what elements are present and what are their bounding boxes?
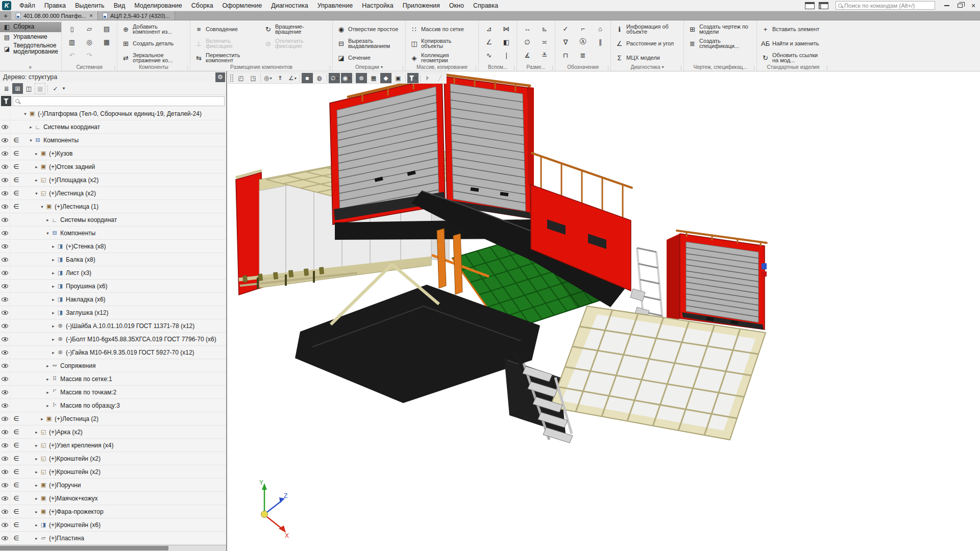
chevron-down-icon[interactable]: ▾ <box>662 65 664 69</box>
visibility-eye-icon[interactable] <box>2 404 8 408</box>
visibility-eye-icon[interactable] <box>2 258 8 262</box>
tree-row[interactable]: ▾▣(-)Платформа (Тел-0, Сборочных единиц-… <box>0 107 226 120</box>
expand-arrow-icon[interactable]: ▸ <box>51 244 56 249</box>
expand-arrow-icon[interactable]: ▸ <box>51 350 56 355</box>
chevron-down-icon[interactable]: ▾ <box>270 76 272 81</box>
document-tab[interactable]: 401.08.00.000 Платфо...× <box>11 11 98 20</box>
collapse-ribbon-icon[interactable]: « <box>28 66 34 69</box>
visibility-eye-icon[interactable] <box>2 244 8 248</box>
visibility-eye-icon[interactable] <box>2 125 8 129</box>
linear-dimension-button[interactable]: ⊾ <box>538 22 551 35</box>
section-button[interactable]: ◪Сечение <box>337 51 401 65</box>
zoom-button[interactable]: ◎▾ <box>262 73 274 83</box>
normal-to-button[interactable]: ⇑ <box>275 73 286 83</box>
menu-item[interactable]: Настройка <box>357 0 398 11</box>
tree-search-input[interactable] <box>21 98 222 104</box>
angle-dimension-button[interactable]: ∡ <box>521 48 533 62</box>
chevron-down-icon[interactable]: ▼ <box>62 86 66 91</box>
expand-arrow-icon[interactable]: ▸ <box>34 164 39 169</box>
grid-array-button[interactable]: ∷Массив по сетке <box>410 22 474 36</box>
menu-item[interactable]: Оформление <box>218 0 267 11</box>
wireframe-display-button[interactable]: ◍ <box>314 73 325 83</box>
window-split-icon[interactable] <box>819 2 828 9</box>
tree-horizontal-scrollbar[interactable] <box>0 545 226 551</box>
menu-item[interactable]: Файл <box>15 0 40 11</box>
expand-arrow-icon[interactable]: ▸ <box>51 310 56 315</box>
tree-row[interactable]: ▸∟Системы координат <box>0 120 226 134</box>
expand-arrow-icon[interactable]: ▾ <box>22 111 28 116</box>
find-replace-button[interactable]: АБНайти и заменить <box>761 36 825 51</box>
filter-button[interactable]: ▾ <box>407 73 419 83</box>
visibility-eye-icon[interactable] <box>2 152 8 156</box>
window-layout-icon[interactable] <box>805 2 815 9</box>
expand-arrow-icon[interactable]: ▾ <box>45 231 51 236</box>
update-links-button[interactable]: ↻Обновить ссылки на мод... <box>761 51 825 65</box>
tree-row[interactable]: ▸∟Системы координат <box>0 213 226 227</box>
expand-arrow-icon[interactable]: ▸ <box>51 270 56 276</box>
menu-item[interactable]: Приложения <box>398 0 445 11</box>
save-as-button[interactable]: ▦ <box>101 35 113 48</box>
chevron-down-icon[interactable]: ▾ <box>415 76 417 81</box>
datum-axis-button[interactable]: ∠ <box>483 35 495 48</box>
roughness-button[interactable]: ✓ <box>559 22 572 35</box>
visibility-eye-icon[interactable] <box>2 165 8 169</box>
dimensions-button[interactable]: ⊦ <box>422 73 433 83</box>
tree-row[interactable]: ∈▸▣(+)Поручни <box>0 479 226 492</box>
chevron-down-icon[interactable]: ▾ <box>381 65 383 69</box>
document-tab[interactable]: АЦЛ 2,5-40-17 (4320)... <box>98 11 175 20</box>
diameter-dimension-button[interactable]: ∅ <box>521 35 533 48</box>
menu-item[interactable]: Правка <box>40 0 70 11</box>
tab-close-icon[interactable]: × <box>88 12 93 19</box>
tree-row[interactable]: ∈▸▣(+)Маячок+кожух <box>0 492 226 505</box>
tree-row[interactable]: ∈▸▣(+)Кузов <box>0 147 226 160</box>
menu-item[interactable]: Диагностика <box>266 0 312 11</box>
open-document-button[interactable]: ▱ <box>83 22 95 35</box>
auto-dimension-button[interactable]: ↔ <box>521 22 533 35</box>
expand-arrow-icon[interactable]: ▸ <box>51 284 56 289</box>
tree-view-numbered-button[interactable]: ≣ <box>1 83 12 94</box>
tree-row[interactable]: ▸⊛(-)Гайка М10-6Н.9.35.019 ГОСТ 5927-70 … <box>0 346 226 359</box>
expand-arrow-icon[interactable]: ▸ <box>28 124 34 130</box>
expand-arrow-icon[interactable]: ▸ <box>45 217 51 222</box>
rotation-rotation-button[interactable]: ↻Вращение-вращение <box>264 22 328 36</box>
visibility-eye-icon[interactable] <box>2 284 8 288</box>
expand-arrow-icon[interactable]: ▸ <box>34 522 39 528</box>
tree-row[interactable]: ▸◨Лист (x3) <box>0 266 226 280</box>
shaded-display-button[interactable]: ■ <box>302 73 313 83</box>
toolbar-grip[interactable] <box>230 74 234 82</box>
clip-objects-button[interactable]: ⊗ <box>356 73 367 83</box>
expand-arrow-icon[interactable]: ▾ <box>28 138 34 143</box>
point-button[interactable]: ∣ <box>500 48 512 62</box>
minimize-button[interactable] <box>940 0 953 11</box>
create-specification-button[interactable]: ≣Создать спецификаци... <box>688 36 752 51</box>
expand-arrow-icon[interactable]: ▸ <box>45 377 51 382</box>
base-symbol-button[interactable]: ⊓ <box>559 48 572 62</box>
visibility-eye-icon[interactable] <box>2 443 8 447</box>
visibility-eye-icon[interactable] <box>2 377 8 381</box>
ribbon-mode-button[interactable]: ▤Управление <box>0 32 61 42</box>
radial-dimension-button[interactable]: ≚ <box>538 48 551 62</box>
menu-item[interactable]: Справка <box>469 0 503 11</box>
expand-arrow-icon[interactable]: ▸ <box>39 416 45 421</box>
expand-arrow-icon[interactable]: ▸ <box>51 323 56 329</box>
show-objects-button[interactable]: ◉▾ <box>341 73 352 83</box>
coincidence-button[interactable]: ≡Совпадение <box>194 22 259 36</box>
insert-element-button[interactable]: +Вставить элемент <box>761 22 825 36</box>
tree-row[interactable]: ∈▸▱(+)Пластина <box>0 532 226 545</box>
tree-row[interactable]: ▸◨Балка (x8) <box>0 253 226 266</box>
copy-objects-button[interactable]: ◫Копировать объекты <box>410 36 474 51</box>
visibility-eye-icon[interactable] <box>2 311 8 315</box>
command-search[interactable] <box>836 1 935 10</box>
visibility-eye-icon[interactable] <box>2 457 8 461</box>
menu-item[interactable]: Сборка <box>187 0 218 11</box>
visibility-eye-icon[interactable] <box>2 205 8 209</box>
tree-row[interactable]: ▸◨(+)Стенка (x8) <box>0 240 226 253</box>
tree-row[interactable]: ∈▸▣(+)Фара-прожектор <box>0 505 226 518</box>
marking-button[interactable]: ⌂ <box>594 22 606 35</box>
tree-row[interactable]: ∈▸◨(+)Кронштейн (x6) <box>0 518 226 532</box>
add-component-button[interactable]: ⊕Добавить компонент из... <box>121 22 186 36</box>
visibility-eye-icon[interactable] <box>2 271 8 275</box>
move-component-button[interactable]: ⇆Переместить компонент <box>194 51 259 65</box>
new-document-button[interactable]: ▯ <box>66 22 78 35</box>
expand-arrow-icon[interactable]: ▸ <box>34 509 39 514</box>
